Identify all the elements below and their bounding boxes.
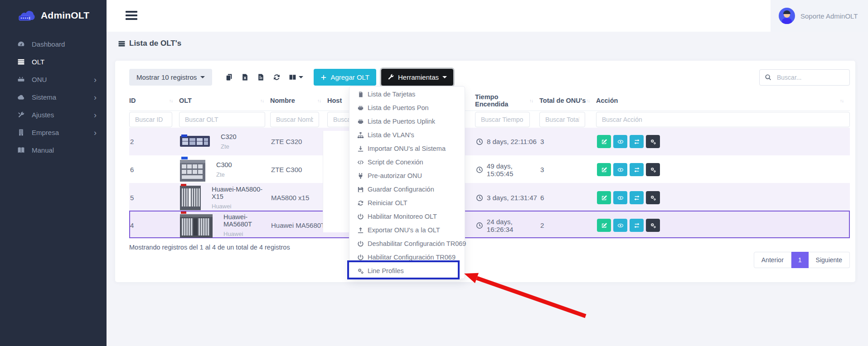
settings-action-button[interactable] xyxy=(646,191,660,204)
filter-input-acci-n[interactable] xyxy=(596,112,850,127)
tools-menu-item-pre-autorizar-onu[interactable]: Pre-autorizar ONU xyxy=(349,169,465,183)
brand-logo[interactable]: AdminOLT xyxy=(0,0,107,32)
exchange-action-button[interactable] xyxy=(630,135,644,148)
exchange-action-button[interactable] xyxy=(630,219,644,232)
sidebar-item-onu[interactable]: ONU › xyxy=(0,71,107,88)
olt-device-name: Huawei-MA5800-X15 xyxy=(212,186,271,200)
excel-button[interactable] xyxy=(241,73,249,81)
view-action-button[interactable] xyxy=(613,135,627,148)
refresh-button[interactable] xyxy=(273,73,281,81)
building-icon xyxy=(17,129,25,136)
tools-menu-item-lista-de-puertos-uplink[interactable]: Lista de Puertos Uplink xyxy=(349,115,465,128)
user-menu[interactable]: Soporte AdminOLT xyxy=(771,0,868,32)
tools-menu-item-lista-de-puertos-pon[interactable]: Lista de Puertos Pon xyxy=(349,101,465,115)
column-header-acci-n[interactable]: Acción↑↓ xyxy=(596,97,850,104)
filter-input-nombre[interactable] xyxy=(270,112,319,127)
menu-toggle-icon[interactable] xyxy=(126,11,137,22)
cell-nombre: Huawei MA5680T xyxy=(271,221,328,229)
cloud-icon xyxy=(17,93,25,101)
view-action-button[interactable] xyxy=(613,163,627,176)
sidebar-item-ajustes[interactable]: Ajustes › xyxy=(0,106,107,124)
tools-menu-item-label: Lista de VLAN's xyxy=(368,131,414,139)
table-row[interactable]: 6 C300 Zte ZTE C300 49 days, 15:05:45 3 xyxy=(129,155,850,183)
tools-menu-item-importar-onu-s-al-sistema[interactable]: Importar ONU's al Sistema xyxy=(349,142,465,155)
sort-icon: ↑↓ xyxy=(840,98,844,103)
copy-button[interactable] xyxy=(225,73,233,81)
filter-input-tiempo-encendida[interactable] xyxy=(475,112,530,127)
filter-input-total-de-onu-s[interactable] xyxy=(539,112,585,127)
column-header-nombre[interactable]: Nombre↑↓ xyxy=(270,97,327,104)
sidebar-item-label: OLT xyxy=(32,58,44,66)
tools-menu-item-label: Reiniciar OLT xyxy=(368,199,407,207)
olt-device-brand: Huawei xyxy=(212,203,271,210)
filter-input-olt[interactable] xyxy=(179,112,265,127)
sort-icon: ↑↓ xyxy=(169,98,173,103)
filter-input-id[interactable] xyxy=(129,112,172,127)
edit-action-button[interactable] xyxy=(597,219,611,232)
sidebar-item-manual[interactable]: Manual › xyxy=(0,141,107,159)
cell-total-onus: 2 xyxy=(540,221,597,229)
tools-menu-item-lista-de-vlan-s[interactable]: Lista de VLAN's xyxy=(349,128,465,142)
tools-menu-item-guardar-configuraci-n[interactable]: Guardar Configuración xyxy=(349,183,465,196)
table-row[interactable]: 2 C320 Zte ZTE C320 8 days, 22:11:06 3 xyxy=(129,128,850,155)
cell-total-onus: 6 xyxy=(540,194,597,202)
tools-menu-item-line-profiles[interactable]: Line Profiles xyxy=(349,264,465,278)
tools-dropdown-menu: Lista de Tarjetas Lista de Puertos Pon L… xyxy=(349,86,465,279)
add-olt-button[interactable]: Agregar OLT xyxy=(314,69,376,86)
cell-total-onus: 3 xyxy=(540,166,597,173)
settings-action-button[interactable] xyxy=(646,219,660,232)
tools-menu-item-exportar-onu-s-a-la-olt[interactable]: Exportar ONU's a la OLT xyxy=(349,223,465,237)
sidebar-item-dashboard[interactable]: Dashboard › xyxy=(0,35,107,53)
edit-action-button[interactable] xyxy=(597,135,611,148)
edit-action-button[interactable] xyxy=(597,163,611,176)
pagination-next-button[interactable]: Siguiente xyxy=(809,252,850,268)
settings-action-button[interactable] xyxy=(646,163,660,176)
records-summary: Mostrando registros del 1 al 4 de un tot… xyxy=(129,244,290,251)
tools-menu-item-label: Exportar ONU's a la OLT xyxy=(368,226,440,234)
onu-icon xyxy=(17,76,25,83)
clock-icon xyxy=(476,166,483,173)
search-input[interactable] xyxy=(759,69,850,86)
table-row[interactable]: 5 Huawei-MA5800-X15 Huawei MA5800 x15 3 … xyxy=(129,183,850,211)
tools-menu-item-reiniciar-olt[interactable]: Reiniciar OLT xyxy=(349,196,465,210)
file-button[interactable] xyxy=(257,73,265,81)
columns-button[interactable] xyxy=(289,73,303,81)
plug-icon xyxy=(357,173,364,179)
tools-menu-item-deshabilitar-configuraci-n-tr069[interactable]: Deshabilitar Configuración TR069 xyxy=(349,237,465,250)
sidebar-item-empresa[interactable]: Empresa › xyxy=(0,124,107,141)
records-per-page-button[interactable]: Mostrar 10 registros xyxy=(129,69,212,86)
exchange-action-button[interactable] xyxy=(630,191,644,204)
olt-device-image xyxy=(180,134,210,149)
tools-menu-item-habilitar-configuraci-n-tr069[interactable]: Habilitar Configuración TR069 xyxy=(349,250,465,264)
olt-icon xyxy=(17,58,25,66)
sort-icon: ↑↓ xyxy=(317,98,321,103)
pagination-prev-button[interactable]: Anterior xyxy=(754,252,791,268)
file-icon xyxy=(257,73,265,81)
refresh-icon xyxy=(357,200,364,207)
sidebar-item-label: Empresa xyxy=(32,129,59,136)
tools-dropdown-button[interactable]: Herramientas xyxy=(381,69,453,86)
table-row[interactable]: 4 Huawei-MA5680T Huawei Huawei MA5680T 2… xyxy=(129,211,850,238)
tools-menu-item-lista-de-tarjetas[interactable]: Lista de Tarjetas xyxy=(349,87,465,101)
sidebar-item-olt[interactable]: OLT › xyxy=(0,53,107,71)
view-action-button[interactable] xyxy=(613,191,627,204)
sort-icon: ↑↓ xyxy=(586,98,590,103)
cell-accion xyxy=(597,219,849,232)
edit-action-button[interactable] xyxy=(597,191,611,204)
settings-action-button[interactable] xyxy=(646,135,660,148)
tools-menu-item-habilitar-monitoreo-olt[interactable]: Habilitar Monitoreo OLT xyxy=(349,210,465,223)
tools-menu-item-script-de-conexi-n[interactable]: Script de Conexión xyxy=(349,155,465,169)
wrench-icon xyxy=(388,74,394,81)
sidebar-item-sistema[interactable]: Sistema › xyxy=(0,88,107,106)
main-area: Soporte AdminOLT Lista de OLT's Mostrar … xyxy=(107,0,868,346)
column-header-tiempo-encendida[interactable]: Tiempo Encendida↑↓ xyxy=(475,93,539,108)
column-header-olt[interactable]: OLT↑↓ xyxy=(179,97,270,104)
column-header-id[interactable]: ID↑↓ xyxy=(129,97,179,104)
cell-accion xyxy=(597,163,849,176)
view-action-button[interactable] xyxy=(613,219,627,232)
pagination-page-1-button[interactable]: 1 xyxy=(791,252,809,268)
exchange-action-button[interactable] xyxy=(630,163,644,176)
cell-nombre: ZTE C300 xyxy=(271,166,328,173)
sidebar-item-label: Manual xyxy=(32,146,54,154)
column-header-total-de-onu-s[interactable]: Total de ONU's↑↓ xyxy=(539,97,596,104)
